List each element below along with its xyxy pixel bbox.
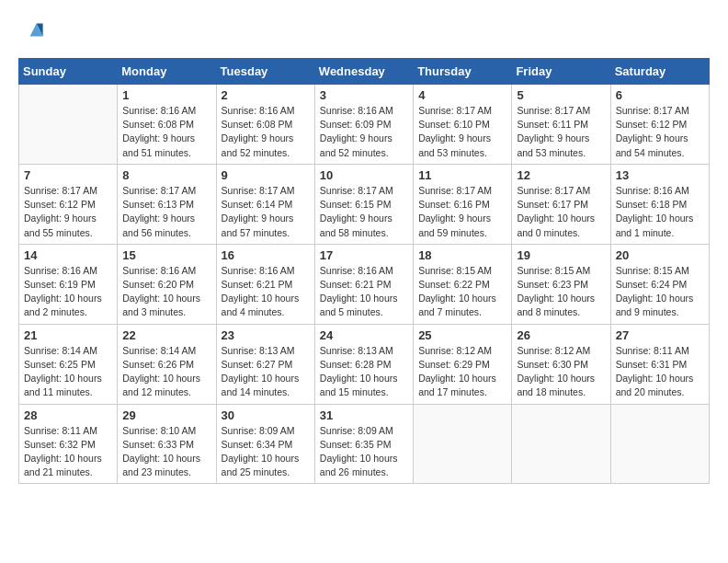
calendar-cell: 13Sunrise: 8:16 AMSunset: 6:18 PMDayligh… xyxy=(610,164,709,244)
day-info: Sunrise: 8:15 AMSunset: 6:23 PMDaylight:… xyxy=(517,264,605,320)
day-info: Sunrise: 8:17 AMSunset: 6:11 PMDaylight:… xyxy=(517,104,605,160)
day-info: Sunrise: 8:09 AMSunset: 6:35 PMDaylight:… xyxy=(320,424,408,480)
header-sunday: Sunday xyxy=(19,59,118,85)
day-info: Sunrise: 8:14 AMSunset: 6:26 PMDaylight:… xyxy=(122,344,210,400)
calendar-cell: 14Sunrise: 8:16 AMSunset: 6:19 PMDayligh… xyxy=(19,244,118,324)
calendar-cell: 19Sunrise: 8:15 AMSunset: 6:23 PMDayligh… xyxy=(512,244,610,324)
day-number: 7 xyxy=(24,168,112,182)
calendar-cell: 15Sunrise: 8:16 AMSunset: 6:20 PMDayligh… xyxy=(118,244,216,324)
day-info: Sunrise: 8:14 AMSunset: 6:25 PMDaylight:… xyxy=(24,344,112,400)
header-tuesday: Tuesday xyxy=(216,59,314,85)
day-info: Sunrise: 8:17 AMSunset: 6:15 PMDaylight:… xyxy=(320,184,408,240)
day-info: Sunrise: 8:17 AMSunset: 6:17 PMDaylight:… xyxy=(517,184,605,240)
calendar-cell: 8Sunrise: 8:17 AMSunset: 6:13 PMDaylight… xyxy=(118,164,216,244)
calendar-header-row: Sunday Monday Tuesday Wednesday Thursday… xyxy=(19,59,710,85)
day-info: Sunrise: 8:15 AMSunset: 6:22 PMDaylight:… xyxy=(418,264,506,320)
day-number: 2 xyxy=(222,88,310,102)
calendar-cell: 24Sunrise: 8:13 AMSunset: 6:28 PMDayligh… xyxy=(314,324,413,404)
header-saturday: Saturday xyxy=(610,59,709,85)
calendar-week-row: 7Sunrise: 8:17 AMSunset: 6:12 PMDaylight… xyxy=(19,164,710,244)
day-info: Sunrise: 8:16 AMSunset: 6:08 PMDaylight:… xyxy=(222,104,310,160)
day-info: Sunrise: 8:15 AMSunset: 6:24 PMDaylight:… xyxy=(616,264,704,320)
day-number: 24 xyxy=(320,328,408,342)
day-number: 14 xyxy=(24,248,112,262)
day-number: 25 xyxy=(418,328,506,342)
day-info: Sunrise: 8:17 AMSunset: 6:10 PMDaylight:… xyxy=(418,104,506,160)
day-info: Sunrise: 8:16 AMSunset: 6:08 PMDaylight:… xyxy=(122,104,210,160)
day-number: 5 xyxy=(517,88,605,102)
calendar-cell: 26Sunrise: 8:12 AMSunset: 6:30 PMDayligh… xyxy=(512,324,610,404)
day-number: 26 xyxy=(517,328,605,342)
header-wednesday: Wednesday xyxy=(314,59,413,85)
calendar-cell: 5Sunrise: 8:17 AMSunset: 6:11 PMDaylight… xyxy=(512,85,610,165)
day-info: Sunrise: 8:16 AMSunset: 6:21 PMDaylight:… xyxy=(320,264,408,320)
day-info: Sunrise: 8:16 AMSunset: 6:21 PMDaylight:… xyxy=(222,264,310,320)
calendar-cell: 17Sunrise: 8:16 AMSunset: 6:21 PMDayligh… xyxy=(314,244,413,324)
calendar-cell: 30Sunrise: 8:09 AMSunset: 6:34 PMDayligh… xyxy=(216,404,314,484)
day-number: 17 xyxy=(320,248,408,262)
calendar-cell: 28Sunrise: 8:11 AMSunset: 6:32 PMDayligh… xyxy=(19,404,118,484)
calendar-cell xyxy=(414,404,512,484)
day-number: 23 xyxy=(222,328,310,342)
calendar-week-row: 14Sunrise: 8:16 AMSunset: 6:19 PMDayligh… xyxy=(19,244,710,324)
day-number: 13 xyxy=(616,168,704,182)
day-number: 4 xyxy=(418,88,506,102)
calendar-cell: 25Sunrise: 8:12 AMSunset: 6:29 PMDayligh… xyxy=(414,324,512,404)
calendar-cell xyxy=(19,85,118,165)
day-info: Sunrise: 8:17 AMSunset: 6:16 PMDaylight:… xyxy=(418,184,506,240)
day-number: 10 xyxy=(320,168,408,182)
calendar-cell: 22Sunrise: 8:14 AMSunset: 6:26 PMDayligh… xyxy=(118,324,216,404)
calendar-cell: 2Sunrise: 8:16 AMSunset: 6:08 PMDaylight… xyxy=(216,85,314,165)
day-number: 16 xyxy=(222,248,310,262)
calendar-week-row: 21Sunrise: 8:14 AMSunset: 6:25 PMDayligh… xyxy=(19,324,710,404)
header-friday: Friday xyxy=(512,59,610,85)
calendar-cell: 12Sunrise: 8:17 AMSunset: 6:17 PMDayligh… xyxy=(512,164,610,244)
day-number: 3 xyxy=(320,88,408,102)
logo xyxy=(18,18,48,44)
day-number: 31 xyxy=(320,408,408,422)
day-number: 8 xyxy=(122,168,210,182)
day-number: 15 xyxy=(122,248,210,262)
day-number: 29 xyxy=(122,408,210,422)
day-info: Sunrise: 8:11 AMSunset: 6:31 PMDaylight:… xyxy=(616,344,704,400)
calendar-cell: 21Sunrise: 8:14 AMSunset: 6:25 PMDayligh… xyxy=(19,324,118,404)
header-monday: Monday xyxy=(118,59,216,85)
calendar-week-row: 28Sunrise: 8:11 AMSunset: 6:32 PMDayligh… xyxy=(19,404,710,484)
day-number: 28 xyxy=(24,408,112,422)
day-info: Sunrise: 8:16 AMSunset: 6:18 PMDaylight:… xyxy=(616,184,704,240)
calendar-cell: 23Sunrise: 8:13 AMSunset: 6:27 PMDayligh… xyxy=(216,324,314,404)
calendar-cell xyxy=(610,404,709,484)
day-number: 20 xyxy=(616,248,704,262)
day-info: Sunrise: 8:16 AMSunset: 6:20 PMDaylight:… xyxy=(122,264,210,320)
day-info: Sunrise: 8:13 AMSunset: 6:28 PMDaylight:… xyxy=(320,344,408,400)
calendar-cell xyxy=(512,404,610,484)
calendar-cell: 31Sunrise: 8:09 AMSunset: 6:35 PMDayligh… xyxy=(314,404,413,484)
day-info: Sunrise: 8:12 AMSunset: 6:29 PMDaylight:… xyxy=(418,344,506,400)
day-info: Sunrise: 8:10 AMSunset: 6:33 PMDaylight:… xyxy=(122,424,210,480)
day-number: 12 xyxy=(517,168,605,182)
page-header xyxy=(18,18,710,44)
calendar-table: Sunday Monday Tuesday Wednesday Thursday… xyxy=(18,58,710,484)
calendar-cell: 3Sunrise: 8:16 AMSunset: 6:09 PMDaylight… xyxy=(314,85,413,165)
day-info: Sunrise: 8:11 AMSunset: 6:32 PMDaylight:… xyxy=(24,424,112,480)
calendar-cell: 9Sunrise: 8:17 AMSunset: 6:14 PMDaylight… xyxy=(216,164,314,244)
calendar-cell: 7Sunrise: 8:17 AMSunset: 6:12 PMDaylight… xyxy=(19,164,118,244)
day-number: 9 xyxy=(222,168,310,182)
day-info: Sunrise: 8:17 AMSunset: 6:12 PMDaylight:… xyxy=(616,104,704,160)
header-thursday: Thursday xyxy=(414,59,512,85)
calendar-cell: 20Sunrise: 8:15 AMSunset: 6:24 PMDayligh… xyxy=(610,244,709,324)
calendar-cell: 16Sunrise: 8:16 AMSunset: 6:21 PMDayligh… xyxy=(216,244,314,324)
day-number: 27 xyxy=(616,328,704,342)
calendar-cell: 6Sunrise: 8:17 AMSunset: 6:12 PMDaylight… xyxy=(610,85,709,165)
day-info: Sunrise: 8:17 AMSunset: 6:12 PMDaylight:… xyxy=(24,184,112,240)
day-number: 22 xyxy=(122,328,210,342)
day-info: Sunrise: 8:17 AMSunset: 6:13 PMDaylight:… xyxy=(122,184,210,240)
calendar-cell: 27Sunrise: 8:11 AMSunset: 6:31 PMDayligh… xyxy=(610,324,709,404)
calendar-cell: 1Sunrise: 8:16 AMSunset: 6:08 PMDaylight… xyxy=(118,85,216,165)
calendar-cell: 29Sunrise: 8:10 AMSunset: 6:33 PMDayligh… xyxy=(118,404,216,484)
day-info: Sunrise: 8:16 AMSunset: 6:19 PMDaylight:… xyxy=(24,264,112,320)
day-info: Sunrise: 8:09 AMSunset: 6:34 PMDaylight:… xyxy=(222,424,310,480)
day-info: Sunrise: 8:16 AMSunset: 6:09 PMDaylight:… xyxy=(320,104,408,160)
day-number: 11 xyxy=(418,168,506,182)
day-info: Sunrise: 8:13 AMSunset: 6:27 PMDaylight:… xyxy=(222,344,310,400)
